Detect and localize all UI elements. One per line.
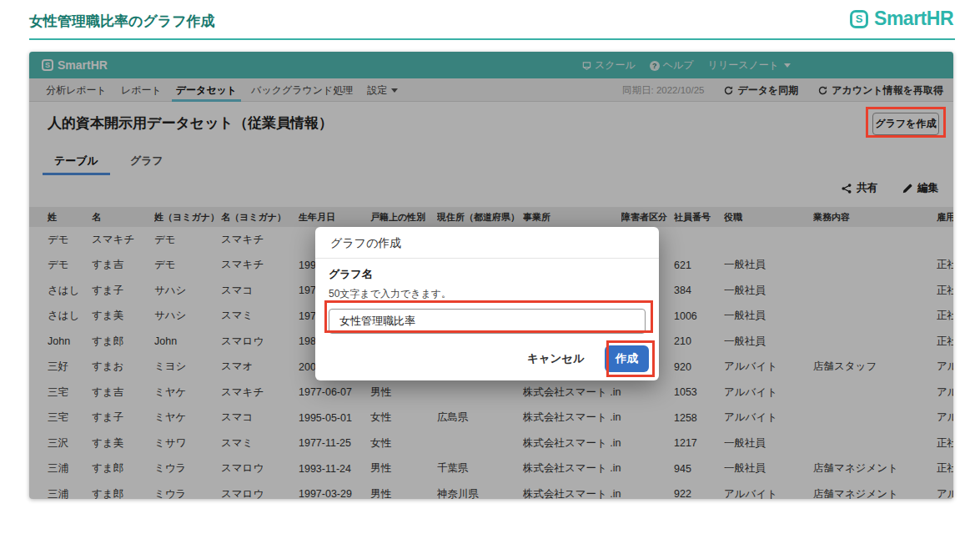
smarthr-brand-logo: S SmartHR [850, 8, 953, 30]
submit-create-button[interactable]: 作成 [605, 345, 649, 372]
title-divider [29, 38, 955, 40]
smarthr-logo-icon: S [850, 10, 868, 28]
graph-name-help: 50文字まで入力できます。 [329, 287, 646, 301]
graph-name-input[interactable] [329, 309, 646, 334]
page-title: 女性管理職比率のグラフ作成 [29, 12, 215, 31]
page: 女性管理職比率のグラフ作成 S SmartHR S SmartHR スクール?ヘ… [0, 0, 980, 549]
brand-name: SmartHR [874, 8, 953, 30]
modal-footer: キャンセル 作成 [527, 345, 649, 372]
cancel-button[interactable]: キャンセル [527, 351, 585, 366]
modal-title: グラフの作成 [315, 227, 659, 259]
modal-body: グラフ名 50文字まで入力できます。 [315, 259, 659, 334]
create-graph-modal: グラフの作成 グラフ名 50文字まで入力できます。 キャンセル 作成 [315, 227, 659, 380]
graph-name-label: グラフ名 [329, 267, 646, 282]
